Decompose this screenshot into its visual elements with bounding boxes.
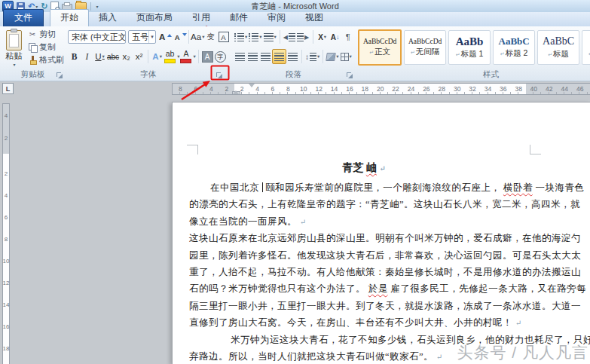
copy-button[interactable]: 复制 (27, 41, 64, 54)
align-right-button[interactable] (259, 50, 272, 63)
text-line[interactable]: 像立在当院的一面屏风。 ↵ (189, 213, 539, 230)
ribbon-tab[interactable]: 开始 (50, 9, 89, 26)
style-gallery-item[interactable]: AaBbCcDd ↵正文 (358, 29, 402, 66)
ruler-number: 28 (434, 85, 449, 93)
align-center-icon (248, 53, 258, 61)
style-gallery-item[interactable]: AaBb ↵标题 1 (448, 30, 491, 65)
style-preview: AaBbC (543, 35, 574, 47)
document-body[interactable]: 在中国北京 颐和园乐寿堂前的庭院里，一个雕刻海浪纹的石座上， 横卧着 一块海青色 (189, 179, 539, 364)
customize-qat-caret[interactable]: ▾ (96, 4, 98, 9)
word-window: W ↶ ▾ ↻ ▾ 青芝岫 - Microsoft Word 文件 开始 插入 … (0, 0, 590, 364)
style-gallery-item[interactable]: AaBbCcDd ↵无间隔 (404, 30, 446, 65)
bold-button[interactable]: B (68, 50, 81, 63)
ribbon-tab[interactable]: 文件 (3, 9, 44, 26)
distribute-button[interactable] (286, 50, 299, 63)
shading-button[interactable]: ▾ (326, 50, 339, 63)
bullets-icon (237, 33, 244, 41)
asian-layout-button[interactable]: X▾ (316, 30, 329, 44)
italic-button[interactable]: I (81, 50, 93, 63)
font-size-caret[interactable]: ▾ (148, 31, 154, 43)
text-segment: 这块山石原来在北京远郊房山县的深山里。明朝有个叫米万钟的，爱石成癖，在他的海淀勺 (189, 233, 581, 243)
font-name-combo[interactable]: 宋体 (中文正文 ▾ (68, 30, 126, 44)
text-effects-button[interactable]: A▾ (151, 50, 164, 63)
paste-button[interactable]: 粘贴 ▾ (2, 28, 26, 69)
font-size-combo[interactable]: 五号 ▾ (128, 30, 155, 44)
justify-button[interactable] (272, 49, 286, 64)
show-hide-marks-button[interactable]: ¶ (341, 30, 354, 44)
text-line[interactable]: 隔三里打一眼小井，五里打一眼大井。到了冬天，就提水泼路，冻成了一条冰水道。大道一 (189, 298, 539, 314)
line-spacing-button[interactable]: ↕▾ (304, 50, 320, 63)
text-line[interactable]: 石的吗？米万钟觉得也只有这个办法了。 於是 雇了很多民工，先修起一条大路，又在路… (189, 280, 539, 297)
ruler-left-margin: 8642 (173, 84, 234, 94)
align-left-button[interactable] (234, 50, 246, 63)
ribbon-tab[interactable]: 视图 (295, 10, 333, 26)
document-page[interactable]: 青芝 岫 ↵ 在中国北京 颐和园乐寿堂前的庭院里， (172, 102, 590, 364)
align-center-button[interactable] (246, 50, 259, 63)
document-title[interactable]: 青芝 岫 ↵ (189, 161, 539, 175)
ribbon-tab-row: 文件 开始 插入 页面布局 引用 邮件 审阅 视图 (0, 12, 590, 26)
tab-stop-selector[interactable]: L (2, 83, 14, 94)
underline-button[interactable]: U▾ (93, 50, 106, 63)
align-right-icon (261, 53, 271, 61)
character-border-button[interactable]: A (217, 30, 230, 44)
format-painter-button[interactable]: 格式刷 (27, 54, 64, 66)
text-segment: 直修到了房山大石窝。今天，在房山、丰台还有不少叫大井、小井的村呢！ (189, 317, 512, 328)
ruler-number: 14 (326, 85, 341, 93)
ruler-number: 18 (3, 338, 10, 359)
superscript-button[interactable]: x² (133, 50, 145, 63)
text-line[interactable]: 园里，陈列着许多怪石。他发现这块大青石后，非常喜欢，决心运回勺园。可是石头太大太 (189, 247, 539, 264)
cut-button[interactable]: ✂ 剪切 (27, 28, 64, 41)
style-gallery-item[interactable]: AaBbC ↵标题 (537, 30, 579, 65)
pinyin-guide-button[interactable]: 变 (204, 30, 217, 44)
character-shading-button[interactable]: A (201, 50, 214, 63)
font-color-swatch (180, 59, 191, 63)
numbering-icon (252, 33, 258, 41)
font-color-button[interactable]: A (179, 50, 192, 63)
title-segment: ↵ (379, 164, 385, 173)
multilevel-list-button[interactable]: ▾ (263, 30, 277, 44)
numbering-button[interactable]: ▾ (248, 30, 262, 44)
ruler-number: 8 (173, 85, 188, 93)
ribbon-tab[interactable]: 引用 (182, 10, 220, 26)
grow-font-button[interactable]: A (156, 30, 171, 44)
clipboard-group: 粘贴 ▾ ✂ 剪切 复制 格式刷 (0, 26, 66, 81)
hanging-indent-marker[interactable] (233, 87, 239, 94)
style-name: ↵标题 (548, 49, 569, 60)
change-case-button[interactable]: Aa▾ (191, 30, 204, 44)
distribute-icon (288, 53, 298, 61)
text-line[interactable]: 重了，人抬不起，马拉不动。有人给他献策：秦始皇修长城时，不是用修水道的办法搬运山 (189, 264, 539, 280)
paragraph-dialog-launcher[interactable] (347, 72, 353, 79)
style-gallery-item[interactable]: AaBb ↵副标题 (582, 30, 590, 65)
font-dialog-launcher[interactable] (216, 72, 223, 79)
subscript-button[interactable]: x₂ (120, 50, 133, 63)
decrease-indent-button[interactable]: ◀ (283, 30, 296, 44)
first-line-indent-marker[interactable] (249, 84, 255, 90)
style-preview: AaBb (456, 35, 484, 48)
enclose-characters-button[interactable]: 字 (214, 50, 227, 63)
text-boundary-mark-left (187, 145, 198, 154)
ribbon-tab[interactable]: 邮件 (220, 10, 258, 26)
text-segment: 於是 (368, 283, 388, 294)
ribbon-tab[interactable]: 插入 (89, 10, 127, 26)
text-segment: ↵ (300, 218, 306, 226)
shrink-font-button[interactable]: A (171, 30, 186, 44)
ribbon-tab[interactable]: 审阅 (258, 10, 295, 26)
undo-dropdown-caret[interactable]: ▾ (35, 4, 38, 9)
text-segment: 一块海青色 (536, 182, 585, 193)
text-line[interactable]: 的漂亮的大石头，上有乾隆皇帝的题字：“青芝岫”。这块山石长八米，宽二米，高四米，… (189, 196, 539, 213)
clipboard-dialog-launcher[interactable] (57, 72, 63, 79)
style-gallery-item[interactable]: AaBbC ↵标题 2 (493, 30, 535, 65)
sort-button[interactable]: A↓ (329, 30, 341, 44)
text-line[interactable]: 直修到了房山大石窝。今天，在房山、丰台还有不少叫大井、小井的村呢！ ↵ (189, 314, 539, 331)
text-line[interactable]: 这块山石原来在北京远郊房山县的深山里。明朝有个叫米万钟的，爱石成癖，在他的海淀勺 (189, 230, 539, 246)
increase-indent-button[interactable]: ▶ (296, 30, 310, 44)
borders-button[interactable]: ▾ (340, 50, 353, 63)
font-name-value: 宋体 (中文正文 (72, 32, 126, 43)
strikethrough-button[interactable]: abc (106, 50, 120, 63)
ribbon-tab[interactable]: 页面布局 (127, 10, 182, 26)
text-line[interactable]: 在中国北京 颐和园乐寿堂前的庭院里，一个雕刻海浪纹的石座上， 横卧着 一块海青色 (189, 179, 539, 196)
line-spacing-icon (310, 53, 316, 61)
highlight-color-button[interactable]: ab (164, 50, 176, 63)
bullets-button[interactable]: ▾ (234, 30, 248, 44)
paste-dropdown-caret[interactable]: ▾ (13, 62, 15, 67)
